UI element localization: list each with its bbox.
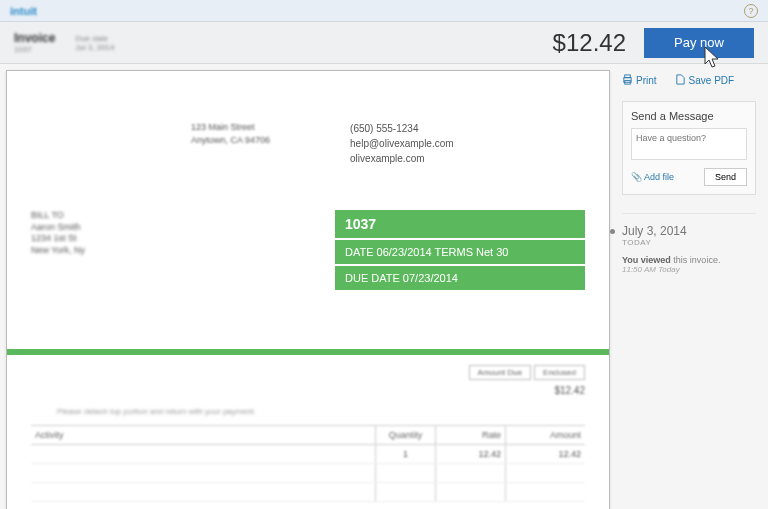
- svg-rect-1: [625, 75, 631, 78]
- col-amount: Amount: [505, 426, 585, 444]
- log-date: July 3, 2014: [622, 224, 756, 238]
- log-today-label: TODAY: [622, 238, 756, 247]
- contact-email: help@olivexample.com: [350, 136, 454, 151]
- message-panel: Send a Message 📎 Add file Send: [622, 101, 756, 195]
- line-items-table: Activity Quantity Rate Amount 1 12.42 12…: [31, 425, 585, 502]
- col-activity: Activity: [31, 426, 375, 444]
- amount-due: $12.42: [553, 29, 626, 57]
- due-date-label: Due date: [75, 34, 114, 43]
- bill-to-name: Aaron Smith: [31, 222, 201, 234]
- add-file-link[interactable]: 📎 Add file: [631, 168, 674, 186]
- bill-to-addr1: 1234 1st St: [31, 233, 201, 245]
- contact-phone: (650) 555-1234: [350, 121, 454, 136]
- bill-to-label: BILL TO: [31, 210, 201, 222]
- due-date-value: Jul 3, 2014: [75, 43, 114, 52]
- invoice-date-row: DATE 06/23/2014 TERMS Net 30: [335, 240, 585, 264]
- invoice-header: Invoice 1037 Due date Jul 3, 2014 $12.42…: [0, 22, 768, 64]
- col-rate: Rate: [435, 426, 505, 444]
- from-line1: 123 Main Street: [191, 121, 270, 134]
- message-title: Send a Message: [631, 110, 747, 122]
- pay-now-button[interactable]: Pay now: [644, 28, 754, 58]
- brand-logo: intuit: [10, 5, 37, 17]
- table-row: 1 12.42 12.42: [31, 445, 585, 464]
- invoice-due-row: DUE DATE 07/23/2014: [335, 266, 585, 290]
- paperclip-icon: 📎: [631, 172, 642, 182]
- bill-to-addr2: New York, Ny: [31, 245, 201, 257]
- invoice-number: 1037: [14, 45, 55, 54]
- log-time: 11:50 AM Today: [622, 265, 756, 274]
- invoice-document: 123 Main Street Anytown, CA 94706 (650) …: [6, 70, 610, 509]
- print-link[interactable]: Print: [622, 74, 657, 87]
- table-row: [31, 464, 585, 483]
- amount-due-value: $12.42: [554, 385, 585, 396]
- activity-log: July 3, 2014 TODAY You viewed this invoi…: [622, 213, 756, 274]
- timeline-dot-icon: [610, 229, 615, 234]
- detach-note: Please detach top portion and return wit…: [57, 407, 457, 416]
- green-stripe: [7, 349, 609, 355]
- from-line2: Anytown, CA 94706: [191, 134, 270, 147]
- help-icon[interactable]: ?: [744, 4, 758, 18]
- save-pdf-link[interactable]: Save PDF: [675, 74, 735, 87]
- print-icon: [622, 74, 633, 87]
- table-row: [31, 483, 585, 502]
- log-entry: You viewed this invoice. 11:50 AM Today: [622, 255, 756, 274]
- amount-due-box: Amount Due: [469, 365, 531, 380]
- invoice-title: Invoice: [14, 31, 55, 45]
- document-icon: [675, 74, 686, 87]
- col-quantity: Quantity: [375, 426, 435, 444]
- message-input[interactable]: [631, 128, 747, 160]
- enclosed-box: Enclosed: [534, 365, 585, 380]
- send-button[interactable]: Send: [704, 168, 747, 186]
- contact-site: olivexample.com: [350, 151, 454, 166]
- invoice-number-box: 1037: [335, 210, 585, 238]
